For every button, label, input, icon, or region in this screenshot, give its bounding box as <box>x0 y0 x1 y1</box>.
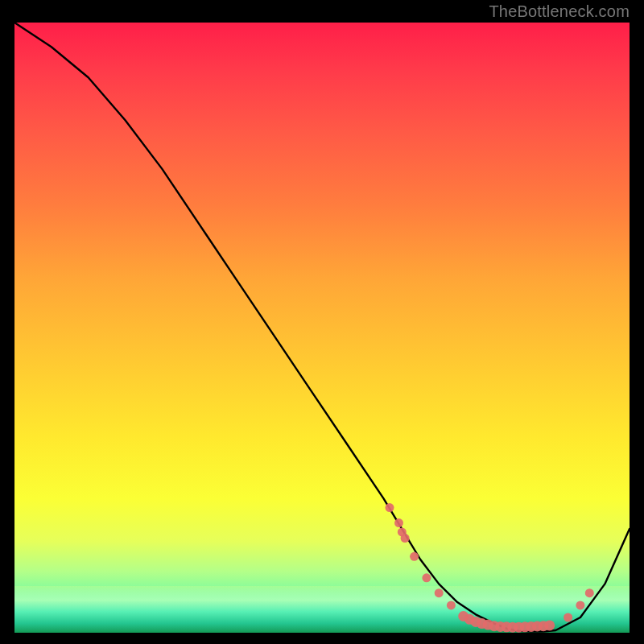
chart-frame: TheBottleneck.com <box>0 0 644 644</box>
chart-svg <box>14 23 630 633</box>
bottleneck-curve <box>14 23 630 632</box>
optimal-range-markers <box>386 503 594 633</box>
watermark-text: TheBottleneck.com <box>489 2 630 21</box>
marker-dot <box>386 503 394 512</box>
plot-area <box>14 23 630 633</box>
marker-dot <box>447 601 456 609</box>
marker-dot <box>576 601 584 609</box>
marker-dot <box>544 620 555 630</box>
marker-dot <box>394 518 403 527</box>
marker-dot <box>422 573 431 582</box>
marker-dot <box>435 588 444 597</box>
marker-dot <box>564 613 572 622</box>
marker-dot <box>401 534 410 543</box>
marker-dot <box>410 552 419 561</box>
marker-dot <box>585 588 594 597</box>
